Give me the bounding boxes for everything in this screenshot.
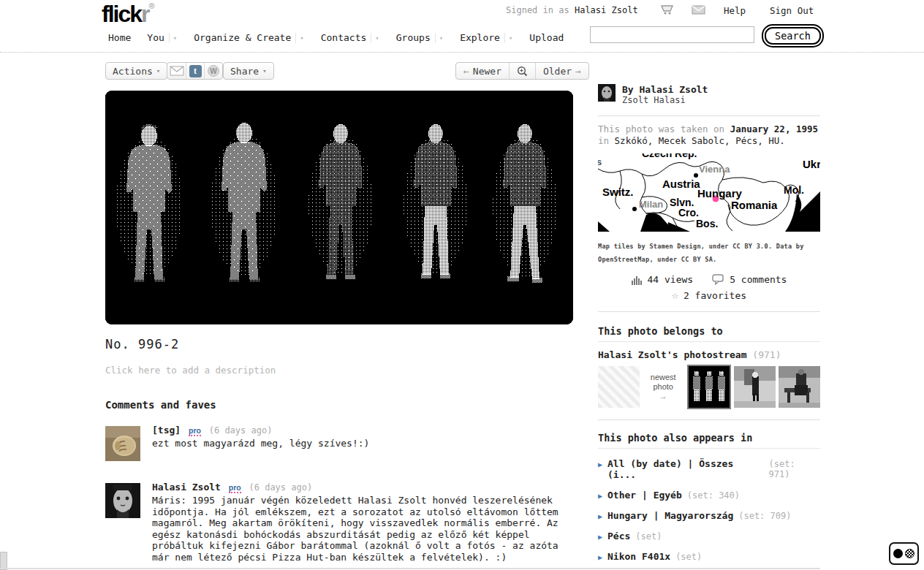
comment-author-link[interactable]: [tsg]: [152, 425, 181, 436]
nav-item-you[interactable]: You▾: [144, 31, 181, 45]
map-label: s: [598, 156, 602, 167]
chevron-down-icon[interactable]: ▾: [435, 33, 447, 43]
map-label-austria: Austria: [662, 178, 700, 190]
favorites-count: 2 favorites: [683, 289, 746, 302]
thumbnail-photo[interactable]: [779, 366, 820, 408]
set-link-hungary[interactable]: ▶ Hungary | Magyarország (set: 709): [598, 510, 820, 521]
triangle-right-icon[interactable]: ▶: [598, 492, 602, 500]
tumblr-icon: t: [189, 65, 202, 77]
map-attribution-line2[interactable]: OpenStreetMap, under CC BY SA.: [598, 253, 820, 266]
chevron-down-icon[interactable]: ▾: [504, 33, 516, 43]
triangle-right-icon[interactable]: ▶: [598, 512, 602, 520]
map-attribution-line1[interactable]: Map tiles by Stamen Design, under CC BY …: [598, 240, 820, 253]
set-link-nikon[interactable]: ▶ Nikon F401x (set): [598, 551, 820, 562]
actions-button[interactable]: Actions ▾: [105, 62, 167, 80]
zoom-button[interactable]: [509, 63, 535, 79]
set-label[interactable]: All (by date) | Összes (i...: [607, 458, 764, 480]
thumbnail-photo[interactable]: [734, 366, 776, 408]
thumb-photo-mini: [734, 366, 776, 408]
description-placeholder[interactable]: Click here to add a description: [105, 365, 276, 376]
thumbnail-newest-placeholder: newest photo →: [643, 366, 684, 408]
right-arrow-icon: →: [575, 66, 581, 77]
owner-realname: Zsolt Halasi: [622, 95, 708, 105]
mail-icon[interactable]: [692, 5, 705, 15]
older-button[interactable]: Older →: [535, 63, 588, 79]
owner-name-link[interactable]: By Halasi Zsolt: [622, 84, 708, 95]
nav-item-explore[interactable]: Explore▾: [457, 31, 516, 45]
photo-stats: 44 views 5 comments ☆ 2 favorites: [598, 273, 820, 302]
taken-places-links[interactable]: Szkókó, Mecek Sabolc, Pécs, HU.: [615, 135, 785, 146]
email-share-button[interactable]: [167, 63, 186, 79]
set-meta: (set): [635, 531, 662, 542]
logo-r-text: r: [141, 1, 148, 27]
share-icon-group: t W: [167, 62, 223, 80]
share-button[interactable]: Share ▾: [223, 62, 274, 80]
set-label[interactable]: Other | Egyéb: [607, 490, 682, 501]
set-link-other[interactable]: ▶ Other | Egyéb (set: 340): [598, 490, 820, 501]
avatar[interactable]: [105, 426, 140, 461]
photo-pager: ← Newer Older →: [455, 62, 589, 80]
divider: [598, 311, 820, 312]
help-link[interactable]: Help: [724, 5, 746, 16]
set-meta: (set: 709): [738, 511, 791, 521]
comment-text: Máris: 1995 január végén közeledett Hala…: [152, 495, 591, 563]
comment-author-link[interactable]: Halasi Zsolt: [152, 482, 221, 493]
pro-badge[interactable]: pro: [189, 426, 201, 436]
tumblr-share-button[interactable]: t: [186, 63, 204, 79]
newer-button[interactable]: ← Newer: [456, 63, 509, 79]
extension-toggle-widget[interactable]: [889, 542, 919, 565]
wordpress-share-button[interactable]: W: [204, 63, 222, 79]
nav-item-contacts[interactable]: Contacts▾: [318, 31, 383, 45]
photo-title[interactable]: No. 996-2: [105, 337, 179, 352]
set-link-pecs[interactable]: ▶ Pécs (set): [598, 531, 820, 542]
location-map[interactable]: s Czech Rep. Vienna Austria Switz. Milan…: [598, 153, 820, 232]
triangle-right-icon[interactable]: ▶: [598, 533, 602, 541]
newer-label: Newer: [473, 66, 501, 77]
comment: Halasi Zsolt pro (6 days ago) Máris: 199…: [152, 482, 591, 563]
current-photo-mini: [689, 366, 730, 408]
portrait-avatar-image: [105, 483, 140, 518]
triangle-right-icon[interactable]: ▶: [598, 460, 602, 468]
signed-in-username[interactable]: Halasi Zsolt: [575, 5, 638, 15]
avatar[interactable]: [105, 483, 140, 518]
milan-dot: [632, 207, 637, 211]
map-label-czech: Czech Rep.: [642, 153, 697, 159]
nav-item-organize-create[interactable]: Organize & Create▾: [191, 31, 307, 45]
divider: [598, 341, 820, 342]
sign-out-link[interactable]: Sign Out: [770, 5, 814, 16]
triangle-right-icon[interactable]: ▶: [598, 553, 602, 561]
photostream-link[interactable]: Halasi Zsolt's photostream: [598, 349, 747, 360]
map-label-ukraine: Ukra: [803, 158, 820, 170]
chevron-down-icon[interactable]: ▾: [295, 33, 307, 43]
flickr-photo-page: flickr® Signed in as Halasi Zsolt Help S…: [0, 0, 924, 570]
avatar[interactable]: [598, 84, 616, 102]
photostream-thumbnails: newest photo →: [598, 365, 820, 409]
main-nav: Home You▾ Organize & Create▾ Contacts▾ G…: [105, 31, 577, 45]
set-label[interactable]: Pécs: [607, 531, 630, 542]
signed-in-prefix: Signed in as: [506, 5, 569, 15]
chevron-down-icon[interactable]: ▾: [169, 33, 181, 43]
thumbnail-current-photo[interactable]: [687, 365, 732, 409]
flickr-logo[interactable]: flickr®: [102, 1, 155, 28]
set-link-all[interactable]: ▶ All (by date) | Összes (i... (set: 971…: [598, 458, 820, 480]
search-button-label: Search: [765, 27, 821, 45]
set-label[interactable]: Nikon F401x: [607, 551, 670, 562]
map-attribution: Map tiles by Stamen Design, under CC BY …: [598, 240, 820, 266]
pro-badge[interactable]: pro: [229, 483, 241, 493]
cart-icon[interactable]: [660, 4, 675, 15]
nav-item-groups[interactable]: Groups▾: [393, 31, 447, 45]
chevron-down-icon: ▾: [156, 67, 160, 75]
nav-item-home[interactable]: Home: [105, 31, 134, 45]
nav-item-upload[interactable]: Upload: [526, 31, 567, 45]
search-button[interactable]: Search: [762, 24, 824, 48]
search-input[interactable]: [590, 26, 754, 43]
divider: [598, 115, 820, 116]
comments-heading: Comments and faves: [105, 399, 216, 411]
appears-list: ▶ All (by date) | Összes (i... (set: 971…: [598, 458, 820, 570]
set-label[interactable]: Hungary | Magyarország: [607, 510, 733, 521]
newest-label: photo: [653, 382, 673, 392]
taken-date-link[interactable]: January 22, 1995: [730, 123, 818, 134]
chevron-down-icon[interactable]: ▾: [371, 33, 382, 43]
main-photo[interactable]: [105, 91, 573, 324]
owner-avatar-image: [598, 84, 616, 102]
